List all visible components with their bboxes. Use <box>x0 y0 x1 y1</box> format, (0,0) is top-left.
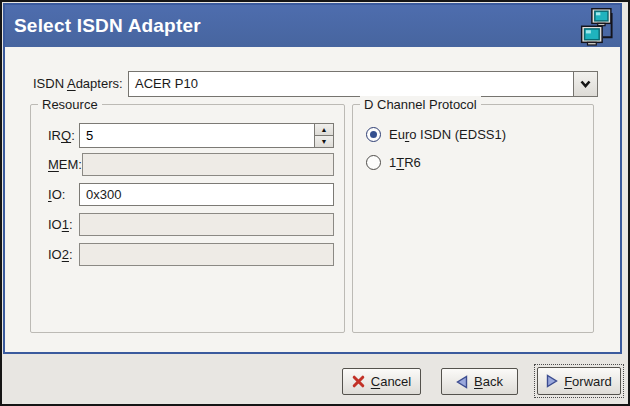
io1-row: IO1: <box>48 213 334 236</box>
resource-group-title: Resource <box>38 96 102 113</box>
forward-button-label: Forward <box>564 374 612 389</box>
forward-button[interactable]: Forward <box>537 367 621 395</box>
io-row: IO: <box>48 183 334 206</box>
irq-input[interactable] <box>80 124 314 147</box>
irq-spinbutton[interactable]: ▲ ▼ <box>79 123 334 148</box>
irq-spin-buttons: ▲ ▼ <box>314 124 333 147</box>
wizard-frame: Select ISDN Adapter ISDN Adapters: <box>3 3 622 354</box>
io-input[interactable] <box>79 183 334 206</box>
io1-input <box>79 213 334 236</box>
irq-row: IRQ: ▲ ▼ <box>48 123 334 148</box>
arrow-right-icon <box>546 374 558 388</box>
spin-up-icon[interactable]: ▲ <box>315 124 333 135</box>
mem-label: MEM: <box>48 157 82 172</box>
back-button-label: Back <box>474 374 503 389</box>
io-label: IO: <box>48 187 79 202</box>
radio-option-euro-isdn[interactable]: Euro ISDN (EDSS1) <box>366 126 506 143</box>
back-button[interactable]: Back <box>441 368 518 395</box>
d-channel-protocol-group-title: D Channel Protocol <box>360 96 481 113</box>
1tr6-label: 1TR6 <box>389 155 421 170</box>
dialog-header: Select ISDN Adapter <box>5 5 620 47</box>
io2-input <box>79 243 334 266</box>
select-isdn-adapter-dialog: Select ISDN Adapter ISDN Adapters: <box>0 0 630 406</box>
dialog-button-bar: Cancel Back Forward <box>2 355 628 404</box>
mem-row: MEM: <box>48 153 334 176</box>
combobox-dropdown-button[interactable] <box>573 72 597 96</box>
cancel-x-icon <box>352 375 365 388</box>
isdn-adapters-label: ISDN Adapters: <box>33 71 123 97</box>
chevron-down-icon <box>580 80 591 88</box>
network-computers-icon <box>578 6 616 48</box>
resource-groupbox: Resource IRQ: ▲ ▼ MEM: IO: <box>30 104 345 333</box>
euro-isdn-label: Euro ISDN (EDSS1) <box>389 127 506 142</box>
io2-label: IO2: <box>48 247 79 262</box>
cancel-button[interactable]: Cancel <box>342 368 421 395</box>
combobox-value: ACER P10 <box>129 72 573 96</box>
page-title: Select ISDN Adapter <box>14 5 201 47</box>
radio-button-selected-icon[interactable] <box>366 127 381 142</box>
radio-button-unselected-icon[interactable] <box>366 155 381 170</box>
radio-option-1tr6[interactable]: 1TR6 <box>366 154 421 171</box>
mem-input <box>82 153 334 176</box>
d-channel-protocol-groupbox: D Channel Protocol Euro ISDN (EDSS1) 1TR… <box>352 104 594 333</box>
cancel-button-label: Cancel <box>371 374 411 389</box>
spin-down-icon[interactable]: ▼ <box>315 135 333 147</box>
io2-row: IO2: <box>48 243 334 266</box>
forward-button-focus-ring: Forward <box>534 364 624 398</box>
io1-label: IO1: <box>48 217 79 232</box>
isdn-adapter-combobox[interactable]: ACER P10 <box>128 71 598 97</box>
arrow-left-icon <box>456 375 468 389</box>
irq-label: IRQ: <box>48 128 79 143</box>
